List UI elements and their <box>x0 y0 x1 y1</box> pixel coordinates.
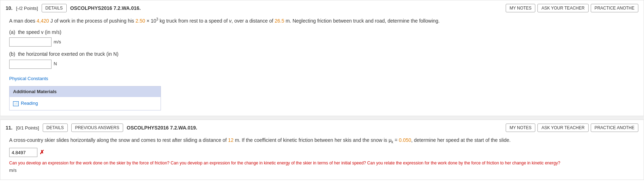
answer-input-11[interactable] <box>9 148 37 157</box>
reading-label: Reading <box>21 100 38 107</box>
part-a-label: (a) the speed v (in m/s) <box>9 28 638 36</box>
question-11-points: [0/1 Points] <box>16 125 39 131</box>
question-11-actions: MY NOTES ASK YOUR TEACHER PRACTICE ANOTH… <box>506 123 638 132</box>
question-11-id: OSCOLPHYS2016 7.2.WA.019. <box>127 125 197 131</box>
error-text-11: Can you develop an expression for the wo… <box>9 160 638 166</box>
question-10-actions: MY NOTES ASK YOUR TEACHER PRACTICE ANOTH… <box>506 4 638 12</box>
my-notes-button-10[interactable]: MY NOTES <box>506 4 535 12</box>
question-10-id: OSCOLPHYS2016 7.2.WA.016. <box>70 5 141 11</box>
question-11-number: 11. <box>6 125 12 131</box>
part-b-input-group: N <box>9 60 638 69</box>
question-11-header: 11. [0/1 Points] DETAILS PREVIOUS ANSWER… <box>6 123 638 132</box>
additional-materials-body: 📄 Reading <box>10 97 161 110</box>
practice-another-button-11[interactable]: PRACTICE ANOTHE <box>591 123 638 132</box>
practice-another-button-10[interactable]: PRACTICE ANOTHE <box>591 4 638 12</box>
unit-label-11: m/s <box>9 168 17 173</box>
problem-text-11: A cross-country skier slides horizontall… <box>9 136 638 145</box>
divider <box>0 116 644 120</box>
question-10-number: 10. <box>6 5 12 11</box>
details-button-11[interactable]: DETAILS <box>43 123 68 132</box>
physical-constants-link[interactable]: Physical Constants <box>9 75 48 83</box>
part-a-unit: m/s <box>54 38 61 46</box>
additional-materials-header: Additional Materials <box>10 86 161 97</box>
ask-teacher-button-11[interactable]: ASK YOUR TEACHER <box>537 123 588 132</box>
additional-materials: Additional Materials 📄 Reading <box>9 86 161 111</box>
part-a-input[interactable] <box>9 37 52 47</box>
details-button-10[interactable]: DETAILS <box>42 4 67 12</box>
reading-icon: 📄 <box>13 101 19 106</box>
part-b-label: (b) the horizontal force exerted on the … <box>9 50 638 58</box>
reading-link[interactable]: 📄 Reading <box>13 100 157 107</box>
my-notes-button-11[interactable]: MY NOTES <box>506 123 535 132</box>
part-a-input-group: m/s <box>9 37 638 47</box>
previous-answers-button-11[interactable]: PREVIOUS ANSWERS <box>71 123 123 132</box>
question-11: 11. [0/1 Points] DETAILS PREVIOUS ANSWER… <box>0 120 644 180</box>
question-10-points: [-/2 Points] <box>16 6 38 11</box>
problem-text-10: A man does 4,420 J of work in the proces… <box>9 17 638 25</box>
question-10-header: 10. [-/2 Points] DETAILS OSCOLPHYS2016 7… <box>6 4 638 12</box>
ask-teacher-button-10[interactable]: ASK YOUR TEACHER <box>537 4 588 12</box>
question-11-body: A cross-country skier slides horizontall… <box>6 136 638 174</box>
part-b-unit: N <box>54 60 57 68</box>
answer-input-group-11: ✗ <box>9 148 638 157</box>
wrong-mark-11: ✗ <box>40 148 44 157</box>
question-10: 10. [-/2 Points] DETAILS OSCOLPHYS2016 7… <box>0 0 644 116</box>
part-b-input[interactable] <box>9 60 52 69</box>
question-10-body: A man does 4,420 J of work in the proces… <box>6 17 638 110</box>
